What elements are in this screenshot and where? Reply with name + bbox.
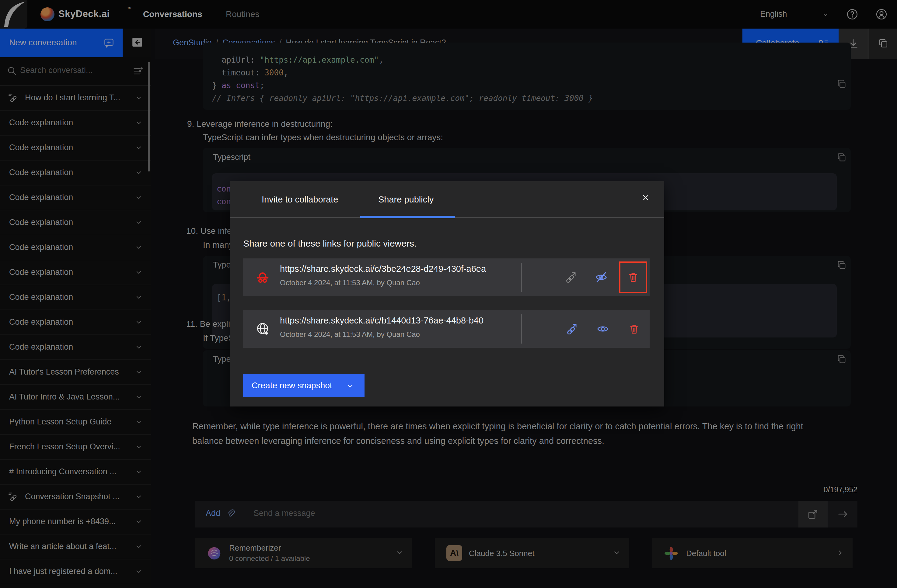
tab-share-publicly[interactable]: Share publicly [378, 195, 433, 205]
close-icon[interactable] [641, 193, 651, 203]
open-external-icon[interactable] [527, 263, 553, 292]
tab-invite-to-collaborate[interactable]: Invite to collaborate [262, 195, 338, 205]
share-modal: Invite to collaborateShare publicly Shar… [230, 181, 664, 406]
share-link-row: https://share.skydeck.ai/c/3be24e28-d249… [243, 258, 650, 296]
trash-icon[interactable] [621, 315, 647, 344]
eye-off-icon[interactable] [588, 263, 614, 292]
active-tab-underline [360, 216, 455, 218]
share-link-row: https://share.skydeck.ai/c/b1440d13-76ae… [243, 310, 650, 348]
modal-heading: Share one of these links for public view… [243, 238, 416, 249]
eye-icon[interactable] [590, 315, 615, 344]
share-meta: October 4 2024, at 11:53 AM, by Quan Cao [280, 330, 420, 339]
share-url[interactable]: https://share.skydeck.ai/c/3be24e28-d249… [280, 264, 517, 274]
row-divider [521, 315, 522, 344]
chevron-down-icon [346, 382, 355, 390]
copy-link-icon[interactable] [559, 315, 584, 344]
app-root: SkyDeck.ai ™ ConversationsRoutines Engli… [0, 0, 897, 588]
row-divider [521, 263, 522, 292]
incognito-icon [255, 270, 270, 284]
trash-icon[interactable] [619, 261, 647, 293]
share-meta: October 4 2024, at 11:53 AM, by Quan Cao [280, 278, 420, 287]
row-actions [525, 310, 650, 348]
open-external-icon[interactable] [527, 315, 553, 344]
create-snapshot-label: Create new snapshot [252, 381, 332, 390]
create-snapshot-button[interactable]: Create new snapshot [243, 374, 364, 397]
row-actions [525, 258, 650, 296]
share-url[interactable]: https://share.skydeck.ai/c/b1440d13-76ae… [280, 316, 517, 325]
copy-link-icon[interactable] [558, 263, 583, 292]
globe-icon [255, 322, 270, 336]
